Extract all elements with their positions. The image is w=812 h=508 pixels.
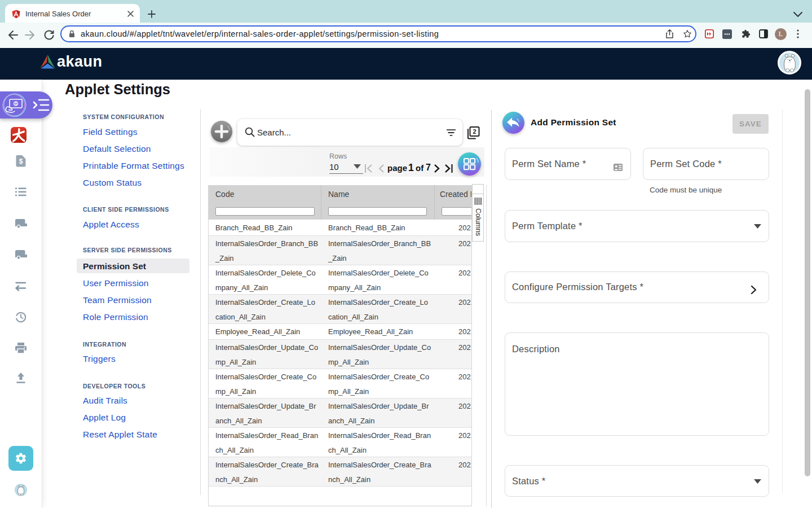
svg-text:2: 2 bbox=[473, 128, 476, 135]
svg-text:$: $ bbox=[15, 102, 17, 106]
svg-text:$: $ bbox=[19, 157, 23, 165]
